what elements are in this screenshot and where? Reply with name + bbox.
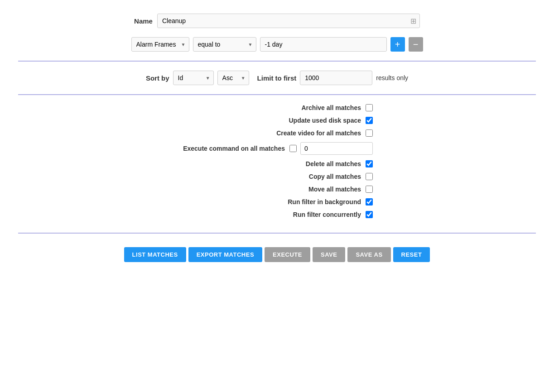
divider-1 <box>18 61 536 62</box>
name-input-wrapper: ⊞ <box>157 14 420 28</box>
sort-order-select[interactable]: Asc Desc <box>217 71 249 85</box>
add-filter-button[interactable]: + <box>390 37 405 52</box>
save-as-button[interactable]: SAVE AS <box>347 247 390 262</box>
copy-all-matches-row: Copy all matches <box>169 173 373 180</box>
remove-filter-button[interactable]: − <box>409 37 423 52</box>
divider-2 <box>18 94 536 95</box>
execute-command-input[interactable] <box>300 142 373 155</box>
export-matches-button[interactable]: EXPORT MATCHES <box>188 247 262 262</box>
update-disk-space-label: Update used disk space <box>169 117 361 124</box>
reset-button[interactable]: RESET <box>393 247 430 262</box>
sort-field-select-wrapper: Id Date Duration Name Frames <box>173 71 214 85</box>
sort-order-select-wrapper: Asc Desc <box>217 71 249 85</box>
delete-all-matches-checkbox[interactable] <box>366 160 373 167</box>
create-video-row: Create video for all matches <box>169 129 373 137</box>
save-button[interactable]: SAVE <box>313 247 345 262</box>
create-video-checkbox[interactable] <box>366 129 373 137</box>
run-filter-concurrently-row: Run filter concurrently <box>169 211 373 218</box>
copy-all-matches-label: Copy all matches <box>169 173 361 180</box>
delete-all-matches-row: Delete all matches <box>169 160 373 167</box>
table-icon: ⊞ <box>410 17 416 25</box>
operator-select-wrapper: equal to not equal to less than greater … <box>193 37 256 52</box>
bottom-buttons: LIST MATCHES EXPORT MATCHES EXECUTE SAVE… <box>18 247 536 262</box>
move-all-matches-label: Move all matches <box>169 186 361 193</box>
run-filter-background-row: Run filter in background <box>169 198 373 206</box>
sort-field-select[interactable]: Id Date Duration Name Frames <box>173 71 214 85</box>
list-matches-button[interactable]: LIST MATCHES <box>124 247 186 262</box>
run-filter-concurrently-checkbox[interactable] <box>366 211 373 218</box>
options-section: Archive all matches Update used disk spa… <box>18 104 536 224</box>
results-only-label: results only <box>376 74 408 81</box>
filter-value-input[interactable] <box>260 37 387 52</box>
archive-all-matches-label: Archive all matches <box>169 104 361 111</box>
filter-row: Alarm Frames Alarm Score Archive Status … <box>18 37 536 52</box>
sort-row: Sort by Id Date Duration Name Frames Asc… <box>18 71 536 85</box>
run-filter-background-checkbox[interactable] <box>366 198 373 206</box>
limit-label: Limit to first <box>257 74 297 82</box>
limit-input[interactable] <box>300 71 372 85</box>
copy-all-matches-checkbox[interactable] <box>366 173 373 180</box>
field-select-wrapper: Alarm Frames Alarm Score Archive Status … <box>131 37 189 52</box>
name-label: Name <box>134 17 153 25</box>
execute-command-row: Execute command on all matches <box>169 142 373 155</box>
run-filter-background-label: Run filter in background <box>169 198 361 206</box>
run-filter-concurrently-label: Run filter concurrently <box>169 211 361 218</box>
divider-3 <box>18 233 536 234</box>
name-input[interactable] <box>157 14 420 28</box>
delete-all-matches-label: Delete all matches <box>169 160 361 167</box>
update-disk-space-checkbox[interactable] <box>366 117 373 124</box>
archive-all-matches-checkbox[interactable] <box>366 104 373 111</box>
name-row: Name ⊞ <box>18 14 536 28</box>
archive-all-matches-row: Archive all matches <box>169 104 373 111</box>
execute-command-label: Execute command on all matches <box>169 145 285 152</box>
move-all-matches-checkbox[interactable] <box>366 186 373 193</box>
move-all-matches-row: Move all matches <box>169 186 373 193</box>
execute-button[interactable]: EXECUTE <box>265 247 310 262</box>
execute-command-checkbox[interactable] <box>289 145 297 152</box>
page: Name ⊞ Alarm Frames Alarm Score Archive … <box>0 0 554 392</box>
filter-field-select[interactable]: Alarm Frames Alarm Score Archive Status … <box>131 37 189 52</box>
update-disk-space-row: Update used disk space <box>169 117 373 124</box>
create-video-label: Create video for all matches <box>169 129 361 137</box>
filter-operator-select[interactable]: equal to not equal to less than greater … <box>193 37 256 52</box>
sort-label: Sort by <box>146 74 169 82</box>
